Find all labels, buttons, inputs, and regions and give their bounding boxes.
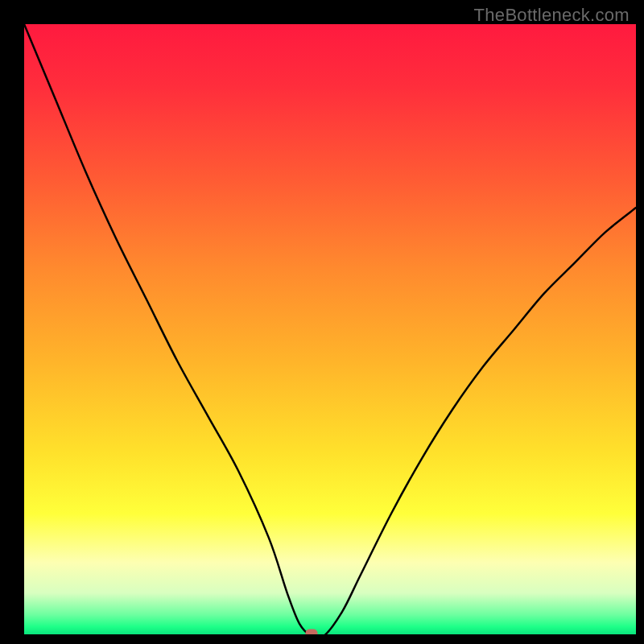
plot-area (24, 24, 636, 636)
curve-svg (24, 24, 636, 636)
chart-frame: TheBottleneck.com (0, 0, 644, 644)
watermark-text: TheBottleneck.com (474, 5, 630, 26)
bottleneck-curve (24, 24, 636, 636)
baseline (24, 634, 636, 636)
